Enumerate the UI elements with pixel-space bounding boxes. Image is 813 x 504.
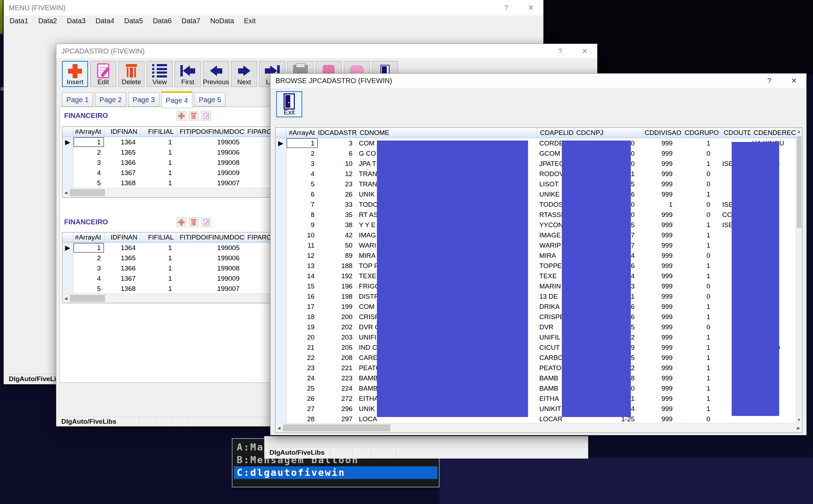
first-button[interactable]: First: [175, 61, 201, 87]
cell-fitipdoc[interactable]: [177, 273, 208, 284]
cell-cddivisao[interactable]: 999: [643, 393, 685, 404]
cell-cdgrupo[interactable]: 0: [684, 148, 721, 158]
cell-cdgrupo[interactable]: 0: [684, 210, 721, 220]
menu-item-nodata[interactable]: NoData: [210, 17, 234, 25]
menu-item-data7[interactable]: Data7: [181, 17, 200, 25]
browse-row[interactable]: 733TODOTODOS0-0010ISEN: [275, 199, 796, 210]
cell-cddivisao[interactable]: 999: [643, 383, 685, 393]
cell-idcadastro[interactable]: 297: [318, 414, 357, 424]
scroll-left-icon[interactable]: ◀: [275, 423, 283, 433]
cell-arrayat[interactable]: 5: [73, 178, 104, 188]
cell-arrayat[interactable]: 20: [286, 332, 318, 342]
cell-arrayat[interactable]: 25: [286, 383, 318, 393]
menu-item-data3[interactable]: Data3: [67, 17, 86, 25]
cell-fifilial[interactable]: 1: [141, 273, 177, 284]
cell-idcadastro[interactable]: 205: [318, 342, 357, 353]
cell-idfinan[interactable]: 1366: [104, 263, 141, 273]
cell-idcadastro[interactable]: 23: [318, 179, 357, 189]
cell-idfinan[interactable]: 1367: [104, 168, 141, 178]
cell-cdgrupo[interactable]: 1: [684, 393, 721, 404]
cell-finumdoc[interactable]: 199008: [208, 157, 244, 168]
browse-hscrollbar[interactable]: ◀ ▶: [275, 423, 802, 433]
menu-item-data1[interactable]: Data1: [10, 17, 28, 25]
cell-cddivisao[interactable]: 999: [643, 138, 685, 148]
cell-fitipdoc[interactable]: [177, 253, 208, 263]
menu-item-exit[interactable]: Exit: [244, 17, 255, 25]
cell-finumdoc[interactable]: 199008: [208, 263, 244, 273]
cell-idcadastro[interactable]: 223: [318, 373, 357, 383]
cell-idfinan[interactable]: 1367: [104, 273, 141, 284]
cell-cddivisao[interactable]: 999: [643, 261, 685, 271]
column-header-fitipdoc[interactable]: FITIPDOC: [177, 232, 208, 243]
cell-idfinan[interactable]: 1365: [104, 253, 141, 263]
browse-titlebar[interactable]: BROWSE JPCADASTRO (FIVEWIN) ? ✕: [271, 74, 806, 88]
cell-arrayat[interactable]: 1: [73, 137, 104, 147]
tab-page-1[interactable]: Page 1: [62, 93, 93, 107]
column-header-arrayat[interactable]: #ArrayAt: [286, 128, 318, 138]
cell-idfinan[interactable]: 1364: [104, 137, 141, 147]
cell-finumdoc[interactable]: 199009: [208, 273, 244, 284]
column-header-idfinan[interactable]: IDFINAN: [104, 127, 141, 137]
menu-titlebar[interactable]: MENU (FIVEWIN) ? ✕: [4, 0, 543, 15]
browse-row[interactable]: 21205IND CCICUT1-699991OBERTO: [275, 342, 796, 353]
cell-cdgrupo[interactable]: 1: [684, 312, 721, 322]
cell-arrayat[interactable]: 8: [286, 210, 318, 220]
scroll-thumb[interactable]: [283, 424, 390, 431]
column-header-marker[interactable]: [275, 128, 286, 138]
cell-idcadastro[interactable]: 12: [318, 169, 357, 179]
browse-row[interactable]: 938Y Y EYYCON1-859991ISENEROIGE: [275, 220, 796, 230]
cell-arrayat[interactable]: 4: [73, 273, 104, 284]
cell-arrayat[interactable]: 5: [286, 179, 318, 189]
cell-cddivisao[interactable]: 999: [643, 373, 685, 383]
column-header-fitipdoc[interactable]: FITIPDOC: [177, 127, 208, 137]
menu-item-data6[interactable]: Data6: [153, 17, 172, 25]
previous-button[interactable]: Previous: [203, 61, 229, 87]
cell-cdgrupo[interactable]: 1: [684, 342, 721, 353]
cell-cdgrupo[interactable]: 1: [684, 301, 721, 312]
cell-cdgrupo[interactable]: 1: [684, 261, 721, 271]
cell-idcadastro[interactable]: 272: [318, 393, 357, 404]
cell-fitipdoc[interactable]: [177, 284, 208, 294]
browse-row[interactable]: 310JPA TJPATEC1-009991ISENAESTRO: [275, 158, 796, 169]
cell-cdgrupo[interactable]: 1: [684, 383, 721, 393]
cell-cddivisao[interactable]: 999: [643, 322, 685, 332]
cell-idcadastro[interactable]: 203: [318, 332, 357, 342]
menu-item-data5[interactable]: Data5: [124, 17, 143, 25]
cell-arrayat[interactable]: 2: [286, 148, 318, 158]
cell-cddivisao[interactable]: 999: [643, 169, 685, 179]
cell-arrayat[interactable]: 17: [286, 301, 318, 312]
column-header-fifilial[interactable]: FIFILIAL: [141, 127, 177, 137]
scroll-up-icon[interactable]: ▲: [795, 129, 802, 134]
column-header-arrayat[interactable]: #ArrayAt: [73, 232, 104, 243]
cadastro-help-button[interactable]: ?: [548, 44, 572, 58]
cell-idfinan[interactable]: 1368: [104, 284, 141, 294]
cell-cdgrupo[interactable]: 1: [684, 158, 721, 169]
cell-fitipdoc[interactable]: [177, 178, 208, 188]
cell-cddivisao[interactable]: 999: [643, 353, 685, 363]
browse-vscrollbar[interactable]: ▲ ▼: [796, 128, 802, 423]
cell-fifilial[interactable]: 1: [141, 137, 177, 147]
browse-row[interactable]: 1289MIRAMIRA1-849990AO QUI: [275, 250, 796, 261]
cell-fifilial[interactable]: 1: [141, 253, 177, 263]
cell-arrayat[interactable]: 2: [73, 253, 104, 263]
cell-arrayat[interactable]: 9: [286, 220, 318, 230]
cell-arrayat[interactable]: 27: [286, 404, 318, 414]
cell-cddivisao[interactable]: 999: [643, 363, 685, 373]
cell-cdgrupo[interactable]: 0: [684, 250, 721, 261]
menu-help-button[interactable]: ?: [494, 0, 519, 15]
menu-item-data4[interactable]: Data4: [95, 17, 114, 25]
cell-idcadastro[interactable]: 198: [318, 291, 357, 301]
cell-idcadastro[interactable]: 3: [318, 138, 357, 148]
scroll-left-icon[interactable]: ◀: [62, 188, 69, 197]
menu-close-button[interactable]: ✕: [519, 0, 543, 15]
exit-button[interactable]: Exit: [276, 91, 302, 117]
browse-row[interactable]: 523TRANLISOT0-259990DA DOS: [275, 179, 796, 189]
console-line-c-selected[interactable]: C:dlgautofivewin: [234, 466, 437, 479]
cell-idcadastro[interactable]: 50: [318, 240, 357, 250]
edit-button[interactable]: Edit: [90, 61, 116, 87]
mini-delete-button-2[interactable]: [189, 217, 199, 227]
cell-cdgrupo[interactable]: 0: [684, 414, 721, 424]
cell-cdgrupo[interactable]: 1: [684, 363, 721, 373]
cell-cdgrupo[interactable]: 1: [684, 189, 721, 199]
browse-close-button[interactable]: ✕: [782, 74, 806, 88]
